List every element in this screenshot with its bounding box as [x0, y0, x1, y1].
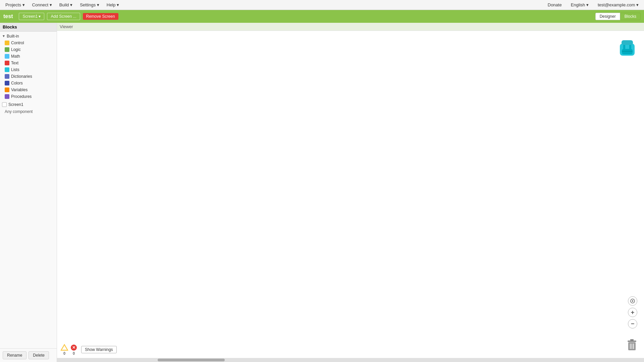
colors-icon	[5, 81, 9, 85]
scrollbar-thumb[interactable]	[158, 359, 225, 361]
svg-rect-13	[628, 341, 636, 342]
connect-menu[interactable]: Connect ▾	[30, 2, 54, 8]
lists-label: Lists	[11, 67, 19, 72]
delete-button[interactable]: Delete	[29, 351, 49, 359]
control-label: Control	[11, 41, 24, 45]
sidebar-item-text[interactable]: Text	[0, 60, 57, 66]
app-header: test Screen1 ▾ Add Screen ... Remove Scr…	[0, 10, 644, 23]
warning-indicator: 0	[60, 344, 68, 355]
svg-point-12	[632, 300, 633, 302]
procedures-icon	[5, 94, 9, 99]
math-label: Math	[11, 54, 20, 59]
math-icon	[5, 54, 9, 59]
sidebar-item-procedures[interactable]: Procedures	[0, 93, 57, 100]
svg-rect-14	[630, 339, 634, 341]
blocks-button[interactable]: Blocks	[620, 13, 641, 20]
zoom-out-button[interactable]: −	[628, 319, 637, 328]
warning-count: 0	[63, 352, 65, 355]
sidebar-item-math[interactable]: Math	[0, 53, 57, 60]
control-icon	[5, 41, 9, 45]
variables-icon	[5, 87, 9, 92]
lists-icon	[5, 67, 9, 72]
blocks-tree: ▼ Built-in Control Logic Math Text	[0, 32, 57, 117]
sidebar: Blocks ▼ Built-in Control Logic Math	[0, 23, 57, 362]
rename-button[interactable]: Rename	[3, 351, 26, 359]
svg-text:✕: ✕	[72, 345, 75, 350]
bottom-scrollbar[interactable]	[57, 358, 644, 362]
show-warnings-button[interactable]: Show Warnings	[81, 346, 117, 353]
variables-label: Variables	[11, 87, 28, 92]
zoom-controls: + −	[628, 296, 637, 328]
text-label: Text	[11, 61, 18, 65]
dictionaries-icon	[5, 74, 9, 79]
reset-zoom-button[interactable]	[628, 296, 637, 306]
viewer-bottom: 0 ✕ 0 Show Warnings	[60, 344, 117, 355]
sidebar-item-lists[interactable]: Lists	[0, 66, 57, 73]
sidebar-header: Blocks	[0, 23, 57, 32]
add-screen-button[interactable]: Add Screen ...	[47, 13, 80, 20]
built-in-item[interactable]: ▼ Built-in	[0, 33, 57, 40]
sidebar-item-logic[interactable]: Logic	[0, 46, 57, 53]
main-layout: Blocks ▼ Built-in Control Logic Math	[0, 23, 644, 362]
warning-group: 0 ✕ 0	[60, 344, 78, 355]
help-menu[interactable]: Help ▾	[105, 2, 121, 8]
screen1-icon	[2, 102, 7, 107]
dictionaries-label: Dictionaries	[11, 74, 32, 79]
logic-icon	[5, 47, 9, 52]
built-in-label: Built-in	[7, 34, 19, 39]
sidebar-item-dictionaries[interactable]: Dictionaries	[0, 73, 57, 80]
build-menu[interactable]: Build ▾	[57, 2, 75, 8]
trash-button[interactable]	[627, 339, 637, 352]
sidebar-item-variables[interactable]: Variables	[0, 86, 57, 93]
text-icon	[5, 61, 9, 65]
viewer-canvas: 0 ✕ 0 Show Warnings	[57, 31, 644, 362]
error-count: 0	[73, 352, 75, 355]
remove-screen-button[interactable]: Remove Screen	[83, 13, 118, 20]
view-toggle: Designer Blocks	[595, 13, 641, 20]
sidebar-item-colors[interactable]: Colors	[0, 80, 57, 86]
language-menu[interactable]: English ▾	[569, 2, 591, 8]
svg-rect-6	[622, 40, 633, 45]
projects-menu[interactable]: Projects ▾	[3, 2, 27, 8]
sidebar-item-screen1[interactable]: Screen1	[0, 101, 57, 108]
backpack-icon	[617, 38, 637, 58]
zoom-in-button[interactable]: +	[628, 308, 637, 317]
top-menubar: Projects ▾ Connect ▾ Build ▾ Settings ▾ …	[0, 0, 644, 10]
screen1-label: Screen1	[8, 102, 23, 107]
logic-label: Logic	[11, 47, 21, 52]
screen1-button[interactable]: Screen1 ▾	[19, 13, 44, 20]
designer-button[interactable]: Designer	[595, 13, 620, 20]
colors-label: Colors	[11, 81, 23, 85]
menu-right: Donate English ▾ test@example.com ▾	[546, 2, 641, 8]
app-title: test	[3, 13, 13, 19]
viewer-header: Viewer	[57, 23, 644, 31]
sidebar-item-control[interactable]: Control	[0, 40, 57, 46]
built-in-arrow: ▼	[2, 34, 6, 38]
donate-link[interactable]: Donate	[546, 2, 564, 8]
viewer: Viewer	[57, 23, 644, 362]
any-component-label: Any component	[0, 108, 57, 115]
account-menu[interactable]: test@example.com ▾	[596, 2, 641, 8]
sidebar-bottom: Rename Delete	[0, 348, 57, 362]
settings-menu[interactable]: Settings ▾	[78, 2, 101, 8]
error-indicator: ✕ 0	[70, 344, 78, 355]
procedures-label: Procedures	[11, 94, 32, 99]
